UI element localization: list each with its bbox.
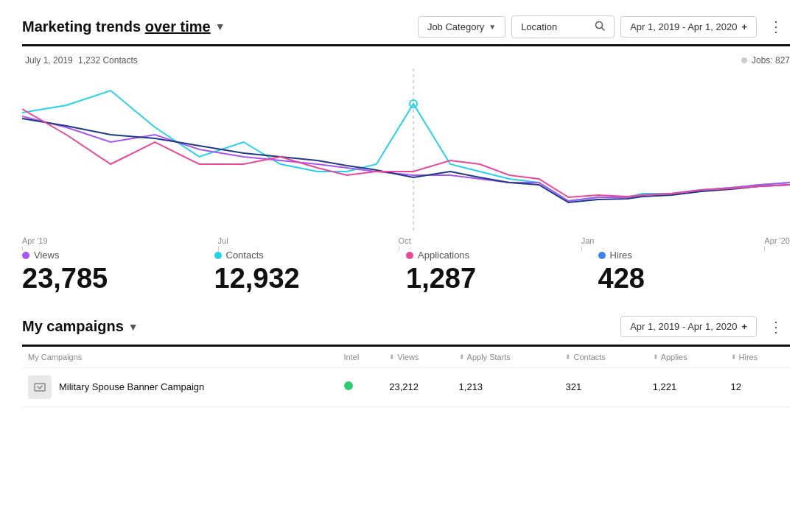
hires-sort-icon: ⬍ — [731, 353, 737, 361]
header-controls: Job Category ▼ Location Apr 1, 2019 - Ap… — [418, 15, 790, 38]
campaign-name: Military Spouse Banner Campaign — [59, 381, 204, 392]
col-header-contacts: ⬍ Contacts — [559, 347, 646, 368]
jobs-label: Jobs: 827 — [752, 55, 790, 66]
more-options-button[interactable]: ⋮ — [763, 15, 790, 38]
chart-date: July 1, 2019 — [25, 55, 73, 66]
campaigns-date-range-label: Apr 1, 2019 - Apr 1, 2020 — [630, 321, 737, 332]
campaigns-date-plus-icon: + — [741, 321, 747, 332]
metric-hires: Hires 428 — [598, 250, 791, 294]
x-axis-apr19: Apr '19 — [22, 236, 48, 251]
hires-label: Hires — [610, 250, 632, 261]
campaigns-title: My campaigns — [22, 318, 124, 335]
campaigns-section: My campaigns ▼ Apr 1, 2019 - Apr 1, 2020… — [22, 315, 790, 407]
views-sort-icon: ⬍ — [389, 353, 395, 361]
campaigns-title-area: My campaigns ▼ — [22, 318, 139, 335]
campaign-views-cell: 23,212 — [383, 367, 452, 406]
applications-label: Applications — [418, 250, 469, 261]
x-axis-jul: Jul — [218, 236, 228, 251]
campaigns-title-text: My campaigns — [22, 318, 124, 334]
x-axis-jan: Jan — [581, 236, 595, 251]
x-axis-apr20: Apr '20 — [764, 236, 790, 251]
table-header-row: My Campaigns Intel ⬍ Views ⬍ — [22, 347, 790, 368]
views-value: 23,785 — [22, 264, 200, 294]
apply-starts-sort-icon: ⬍ — [459, 353, 465, 361]
applies-sort-icon: ⬍ — [653, 353, 659, 361]
contacts-sort-icon: ⬍ — [565, 353, 571, 361]
campaign-applies-cell: 1,221 — [647, 367, 725, 406]
campaigns-header: My campaigns ▼ Apr 1, 2019 - Apr 1, 2020… — [22, 315, 790, 339]
svg-rect-4 — [35, 384, 45, 391]
job-category-chevron-icon: ▼ — [489, 23, 496, 31]
page-title-area: Marketing trends over time ▼ — [22, 18, 225, 35]
hires-dot — [598, 252, 606, 259]
campaigns-table: My Campaigns Intel ⬍ Views ⬍ — [22, 347, 790, 407]
campaigns-controls: Apr 1, 2019 - Apr 1, 2020 + ⋮ — [620, 315, 790, 339]
col-header-intel: Intel — [338, 347, 384, 368]
contacts-label: Contacts — [226, 250, 264, 261]
chart-header: July 1, 2019 1,232 Contacts Jobs: 827 — [22, 55, 790, 66]
contacts-value: 12,932 — [214, 264, 392, 294]
campaigns-more-options-button[interactable]: ⋮ — [763, 315, 790, 339]
col-header-applies: ⬍ Applies — [647, 347, 725, 368]
date-range-plus-icon: + — [741, 21, 747, 32]
metric-contacts: Contacts 12,932 — [214, 250, 407, 294]
col-header-hires: ⬍ Hires — [725, 347, 790, 368]
x-axis-oct: Oct — [399, 236, 411, 251]
col-header-views: ⬍ Views — [383, 347, 452, 368]
campaign-name-cell: Military Spouse Banner Campaign — [22, 367, 338, 406]
campaign-intel-cell — [338, 367, 384, 406]
views-label: Views — [34, 250, 59, 261]
applications-dot — [406, 252, 413, 259]
jobs-dot-icon — [741, 57, 747, 63]
contacts-dot — [214, 252, 222, 259]
chart-date-label: July 1, 2019 1,232 Contacts — [22, 55, 138, 66]
views-dot — [22, 252, 29, 259]
job-category-label: Job Category — [427, 21, 484, 32]
location-label: Location — [521, 21, 557, 32]
col-header-campaigns: My Campaigns — [22, 347, 338, 368]
svg-line-1 — [602, 27, 605, 30]
search-icon — [595, 21, 605, 33]
campaign-icon — [28, 375, 52, 399]
intel-status-dot — [344, 381, 353, 390]
campaigns-date-range-button[interactable]: Apr 1, 2019 - Apr 1, 2020 + — [620, 316, 757, 337]
chart-contacts-count: 1,232 Contacts — [78, 55, 138, 66]
table-row: Military Spouse Banner Campaign 23,212 1… — [22, 367, 790, 406]
date-range-button[interactable]: Apr 1, 2019 - Apr 1, 2020 + — [620, 16, 757, 38]
campaigns-dropdown-icon[interactable]: ▼ — [128, 321, 139, 333]
chart-area: Apr '19 Jul Oct Jan Apr '20 — [22, 68, 790, 238]
campaign-hires-cell: 12 — [725, 367, 790, 406]
title-prefix: Marketing trends — [22, 18, 145, 35]
hires-value: 428 — [598, 264, 776, 294]
page-title: Marketing trends over time — [22, 18, 211, 35]
metric-applications: Applications 1,287 — [406, 250, 598, 294]
x-axis: Apr '19 Jul Oct Jan Apr '20 — [22, 233, 790, 251]
header-divider — [22, 44, 790, 46]
job-category-dropdown[interactable]: Job Category ▼ — [418, 16, 505, 38]
jobs-legend: Jobs: 827 — [741, 55, 790, 66]
campaign-contacts-cell: 321 — [559, 367, 646, 406]
location-search[interactable]: Location — [511, 15, 615, 38]
date-range-label: Apr 1, 2019 - Apr 1, 2020 — [630, 21, 737, 32]
campaign-apply-starts-cell: 1,213 — [453, 367, 560, 406]
title-dropdown-icon[interactable]: ▼ — [215, 21, 225, 32]
metric-views: Views 23,785 — [22, 250, 214, 294]
title-emphasis: over time — [145, 18, 211, 35]
applications-value: 1,287 — [406, 264, 584, 294]
col-header-apply-starts: ⬍ Apply Starts — [453, 347, 560, 368]
